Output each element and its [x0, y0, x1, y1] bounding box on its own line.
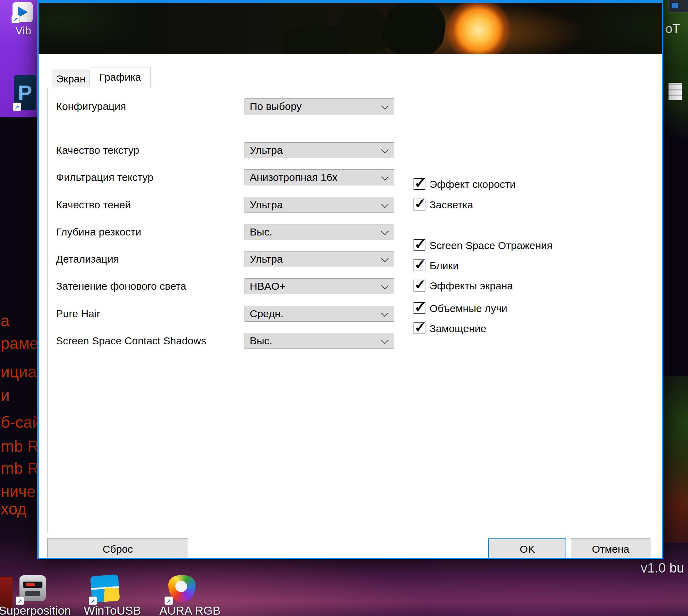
robot-mouth [25, 591, 40, 596]
document-icon[interactable] [666, 80, 684, 103]
desktop-icon-aura-rgb[interactable]: ↗ [166, 575, 198, 604]
checkbox-2[interactable]: ✓ [414, 239, 425, 251]
photoshop-icon: P [18, 80, 32, 105]
checkbox-label-2: Screen Space Отражения [430, 239, 553, 251]
desktop-link-fragment[interactable]: mb Ra [1, 459, 37, 478]
checkbox-label-4: Эффекты экрана [430, 280, 513, 291]
desktop-label-top-right: oT [665, 22, 680, 36]
checkbox-3[interactable]: ✓ [414, 259, 425, 271]
desktop-link-fragment[interactable]: раме [1, 334, 37, 353]
desktop-link-fragment[interactable]: ициа [1, 362, 37, 381]
desktop-link-fragment[interactable]: ниче [1, 482, 36, 501]
checkbox-6[interactable]: ✓ [414, 322, 425, 334]
desktop-link-fragment[interactable]: б-сай [1, 413, 37, 432]
checkmark-icon: ✓ [414, 175, 426, 191]
desktop-link-fragment[interactable]: ход [1, 499, 26, 518]
checkmark-icon: ✓ [414, 195, 426, 211]
version-label: v1.0 bu [641, 561, 684, 576]
checkbox-label-3: Блики [430, 259, 459, 271]
checkbox-label-6: Замощение [430, 322, 486, 334]
aura-core [175, 581, 187, 592]
checkbox-1[interactable]: ✓ [414, 199, 425, 210]
desktop-icon-label: WinToUSB [81, 604, 144, 616]
shortcut-arrow-icon: ↗ [13, 103, 21, 111]
checkbox-label-0: Эффект скорости [430, 178, 515, 190]
shortcut-arrow-icon: ↗ [11, 15, 20, 23]
checkbox-label-5: Объемные лучи [430, 302, 507, 314]
checkmark-icon: ✓ [414, 256, 426, 272]
checkmark-icon: ✓ [414, 319, 426, 335]
window-thumbnail-icon [669, 0, 688, 13]
desktop-icon-superposition[interactable]: ↗ [17, 575, 49, 604]
robot-eye [26, 583, 35, 586]
desktop-link-fragment[interactable]: а [1, 311, 10, 330]
desktop-icon-label: AURA RGB [155, 604, 225, 616]
checkbox-5[interactable]: ✓ [414, 302, 425, 314]
checkbox-label-1: Засветка [430, 199, 473, 210]
yellow-pane [104, 587, 120, 603]
desktop: ↗ Vib P ↗ арамеициаиб-сайmb Ramb Raничех… [0, 0, 688, 616]
desktop-icon-label: Vib [15, 24, 31, 37]
desktop-icon-photoshop[interactable]: P ↗ [14, 75, 36, 110]
checkbox-4[interactable]: ✓ [414, 280, 425, 291]
settings-dialog: Экран Графика КонфигурацияПо выборуКачес… [37, 0, 663, 559]
checkbox-0[interactable]: ✓ [414, 178, 425, 190]
desktop-icon-wintousb[interactable]: ↗ [90, 575, 122, 604]
window-thumbnail-dot [672, 3, 678, 8]
desktop-link-fragment[interactable]: mb Ra [1, 437, 37, 456]
robot-visor [23, 582, 42, 588]
checkmark-icon: ✓ [414, 236, 426, 252]
checkmark-icon: ✓ [414, 299, 426, 315]
wallpaper-jungle-mid [661, 376, 688, 543]
checkbox-list: ✓Эффект скорости✓Засветка✓Screen Space О… [39, 3, 662, 558]
desktop-icon-label: Superposition [0, 604, 77, 616]
desktop-icon-vibrance[interactable]: ↗ [13, 2, 33, 22]
checkmark-icon: ✓ [414, 277, 426, 293]
desktop-link-fragment[interactable]: и [1, 386, 10, 405]
